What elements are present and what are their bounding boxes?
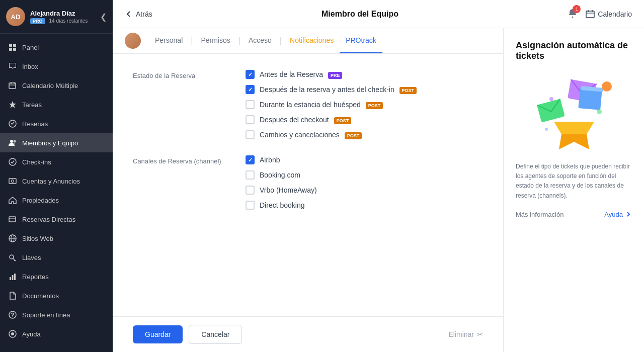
sidebar-item-reservas[interactable]: Reservas Directas bbox=[0, 210, 113, 229]
pro-badge: PRO bbox=[30, 18, 45, 24]
sidebar-item-tareas[interactable]: Tareas bbox=[0, 95, 113, 114]
svg-marker-40 bbox=[559, 134, 589, 149]
svg-rect-30 bbox=[586, 11, 594, 18]
main-panel: Personal | Permisos | Acceso | Notificac… bbox=[113, 28, 503, 352]
sidebar-item-cuentas[interactable]: Cuentas y Anuncios bbox=[0, 171, 113, 191]
svg-rect-15 bbox=[9, 217, 16, 222]
tab-avatar bbox=[125, 33, 141, 49]
sidebar-item-propiedades[interactable]: Propiedades bbox=[0, 191, 113, 210]
grid-icon bbox=[8, 43, 17, 52]
collapse-icon[interactable]: ❮ bbox=[100, 12, 107, 22]
svg-rect-4 bbox=[9, 83, 16, 89]
sidebar-item-reportes[interactable]: Reportes bbox=[0, 267, 113, 286]
sidebar-nav: Panel Inbox Calendario Múltiple Tareas bbox=[0, 34, 113, 352]
accounts-icon bbox=[8, 177, 17, 186]
sidebar-item-checkins[interactable]: Check-ins bbox=[0, 152, 113, 171]
sidebar-item-soporte[interactable]: Soporte en línea bbox=[0, 305, 113, 324]
svg-point-26 bbox=[12, 316, 13, 317]
status-label-despues-antes: Después de la reserva y antes del check-… bbox=[260, 85, 417, 94]
back-button[interactable]: Atrás bbox=[125, 10, 152, 18]
sidebar-item-panel[interactable]: Panel bbox=[0, 38, 113, 57]
svg-rect-2 bbox=[9, 48, 12, 51]
bottom-bar: Guardar Cancelar Eliminar ✂ bbox=[113, 316, 503, 352]
channel-options: Airbnb Booking.com Vrbo (HomeAway) bbox=[246, 155, 483, 210]
sidebar-item-sitios[interactable]: Sitios Web bbox=[0, 229, 113, 248]
list-item: Cambios y cancelaciones POST bbox=[246, 130, 483, 139]
checkbox-durante[interactable] bbox=[246, 100, 255, 109]
sidebar-item-calendario[interactable]: Calendario Múltiple bbox=[0, 76, 113, 95]
sidebar-item-resenas[interactable]: Reseñas bbox=[0, 114, 113, 133]
user-name: Alejandra Díaz bbox=[30, 10, 95, 17]
tab-personal[interactable]: Personal bbox=[149, 28, 189, 53]
sidebar-item-label: Ayuda bbox=[22, 330, 41, 338]
delete-button[interactable]: Eliminar ✂ bbox=[448, 330, 483, 338]
svg-point-14 bbox=[12, 180, 14, 183]
svg-rect-0 bbox=[9, 44, 12, 47]
status-options: Antes de la Reserva PRE Después de la re… bbox=[246, 70, 483, 139]
content-area: Personal | Permisos | Acceso | Notificac… bbox=[113, 28, 644, 352]
badge-post: POST bbox=[345, 132, 362, 139]
booking-status-label: Estado de la Reserva bbox=[133, 70, 233, 139]
checkbox-airbnb[interactable] bbox=[246, 155, 255, 164]
save-button[interactable]: Guardar bbox=[133, 325, 183, 343]
svg-point-12 bbox=[9, 158, 16, 165]
channel-label-booking: Booking.com bbox=[260, 171, 300, 179]
list-item: Vrbo (HomeAway) bbox=[246, 186, 483, 195]
sidebar-item-inbox[interactable]: Inbox bbox=[0, 57, 113, 76]
right-panel: Asignación automática de tickets bbox=[503, 28, 644, 352]
calendar-multi-icon bbox=[8, 81, 17, 90]
panel-illustration bbox=[516, 71, 632, 152]
status-label-durante: Durante la estancia del huésped POST bbox=[260, 101, 383, 109]
calendar-label: Calendario bbox=[598, 10, 632, 18]
checkbox-booking[interactable] bbox=[246, 170, 255, 180]
checkbox-direct[interactable] bbox=[246, 201, 255, 210]
calendar-button[interactable]: Calendario bbox=[586, 10, 632, 19]
channel-label-vrbo: Vrbo (HomeAway) bbox=[260, 186, 317, 194]
status-label-antes: Antes de la Reserva PRE bbox=[260, 70, 342, 78]
sidebar-item-label: Calendario Múltiple bbox=[22, 82, 78, 90]
home-icon bbox=[8, 196, 17, 205]
svg-point-20 bbox=[10, 255, 14, 259]
form-area: Estado de la Reserva Antes de la Reserva… bbox=[113, 54, 503, 316]
sidebar-item-label: Miembros y Equipo bbox=[22, 139, 78, 147]
svg-point-28 bbox=[11, 332, 14, 335]
avatar: AD bbox=[6, 7, 25, 26]
tab-permisos[interactable]: Permisos bbox=[195, 28, 236, 53]
checkin-icon bbox=[8, 157, 17, 166]
svg-rect-34 bbox=[537, 99, 565, 122]
sidebar-item-label: Check-ins bbox=[22, 158, 51, 166]
sidebar-item-llaves[interactable]: Llaves bbox=[0, 248, 113, 267]
svg-point-43 bbox=[545, 128, 548, 131]
checkbox-vrbo[interactable] bbox=[246, 186, 255, 195]
user-info: Alejandra Díaz PRO 14 días restantes bbox=[30, 10, 95, 24]
sidebar-item-ayuda[interactable]: Ayuda bbox=[0, 324, 113, 343]
page-title: Miembro del Equipo bbox=[152, 10, 568, 19]
notifications-button[interactable]: 1 bbox=[568, 8, 578, 20]
sidebar-item-label: Reseñas bbox=[22, 120, 48, 128]
checkbox-antes[interactable] bbox=[246, 70, 255, 79]
star-icon bbox=[8, 100, 17, 109]
list-item: Airbnb bbox=[246, 155, 483, 164]
checkbox-cambios[interactable] bbox=[246, 130, 255, 139]
tab-acceso[interactable]: Acceso bbox=[243, 28, 278, 53]
tab-protrack[interactable]: PROtrack bbox=[340, 28, 382, 53]
reservas-icon bbox=[8, 215, 17, 224]
checkbox-despues-antes[interactable] bbox=[246, 85, 255, 94]
panel-title: Asignación automática de tickets bbox=[516, 40, 632, 61]
topbar: Atrás Miembro del Equipo 1 Calendario bbox=[113, 0, 644, 28]
list-item: Durante la estancia del huésped POST bbox=[246, 100, 483, 109]
checkbox-checkout[interactable] bbox=[246, 115, 255, 124]
sidebar-item-label: Cuentas y Anuncios bbox=[22, 178, 80, 185]
help-link[interactable]: Ayuda bbox=[604, 211, 632, 218]
svg-point-29 bbox=[572, 16, 574, 18]
svg-marker-8 bbox=[9, 101, 16, 108]
sidebar-item-miembros[interactable]: Miembros y Equipo bbox=[0, 133, 113, 152]
svg-rect-22 bbox=[10, 277, 11, 280]
cancel-button[interactable]: Cancelar bbox=[189, 325, 242, 344]
inbox-icon bbox=[8, 62, 17, 71]
tab-notificaciones[interactable]: Notificaciones bbox=[284, 28, 340, 53]
svg-point-38 bbox=[602, 81, 612, 92]
review-icon bbox=[8, 119, 17, 128]
sidebar-item-documentos[interactable]: Documentos bbox=[0, 286, 113, 305]
status-label-checkout: Después del checkout POST bbox=[260, 116, 351, 124]
